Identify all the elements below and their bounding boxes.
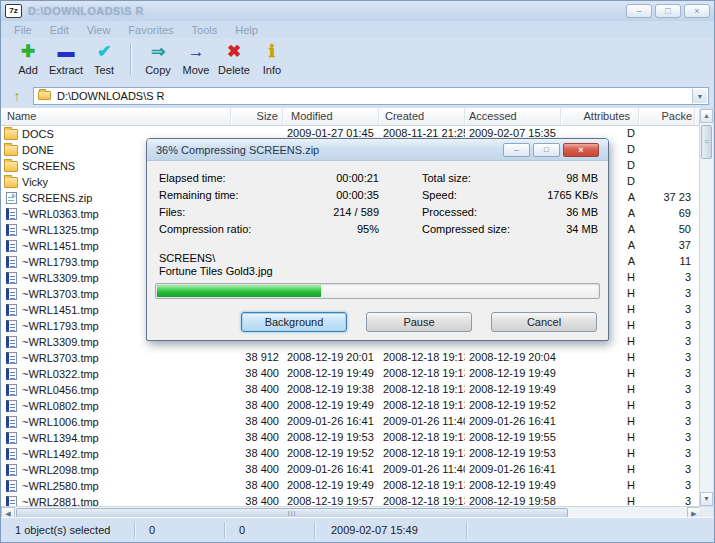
- file-row[interactable]: ~WRL3703.tmp 38 912 2008-12-19 20:01 200…: [1, 350, 701, 366]
- toolbar-button[interactable]: ▬ Extract: [47, 41, 85, 76]
- file-row[interactable]: ~WRL1006.tmp 38 400 2009-01-26 16:41 200…: [1, 414, 701, 430]
- dropdown-arrow-icon[interactable]: ▼: [692, 89, 707, 103]
- address-combo[interactable]: D:\DOWNLOADS\S R ▼: [33, 87, 709, 105]
- file-row[interactable]: ~WRL0322.tmp 38 400 2008-12-19 19:49 200…: [1, 366, 701, 382]
- file-row[interactable]: ~WRL1394.tmp 38 400 2008-12-19 19:53 200…: [1, 430, 701, 446]
- menu-item[interactable]: File: [5, 24, 41, 36]
- scroll-down-icon[interactable]: ▼: [700, 492, 713, 506]
- toolbar-button[interactable]: ✔ Test: [85, 41, 123, 76]
- file-row[interactable]: ~WRL2098.tmp 38 400 2009-01-26 16:41 200…: [1, 462, 701, 478]
- file-name: ~WRL2881.tmp: [22, 495, 99, 507]
- file-created: 2008-12-18 19:13: [379, 478, 465, 494]
- file-accessed: 2008-12-19 20:04: [465, 350, 561, 366]
- toolbar-button-icon: ✔: [85, 41, 123, 64]
- toolbar-button-label: Add: [9, 64, 47, 76]
- file-modified: 2009-01-26 16:41: [283, 462, 379, 478]
- dialog-button[interactable]: Background: [241, 312, 347, 332]
- current-file-name: Fortune Tiles Gold3.jpg: [159, 265, 596, 278]
- current-archive-path: SCREENS\: [159, 252, 596, 265]
- toolbar-button[interactable]: → Move: [177, 41, 215, 76]
- toolbar-button[interactable]: ℹ Info: [253, 41, 291, 76]
- file-accessed: 2009-01-26 16:41: [465, 414, 561, 430]
- stat-row: Compressed size: 34 MB: [422, 221, 598, 238]
- parent-folder-button[interactable]: ↑: [6, 86, 28, 106]
- file-name-cell: ~WRL0322.tmp: [1, 366, 231, 382]
- scroll-up-icon[interactable]: ▲: [700, 109, 713, 123]
- stat-value: 98 MB: [566, 170, 598, 187]
- status-packed-value: 0: [225, 522, 315, 538]
- file-type-icon: [6, 320, 17, 332]
- file-packed: 3: [639, 286, 695, 302]
- minimize-button[interactable]: –: [626, 4, 652, 18]
- file-type-icon: [6, 208, 17, 220]
- toolbar-button[interactable]: ✖ Delete: [215, 41, 253, 76]
- toolbar-button-icon: ▬: [47, 41, 85, 64]
- close-button[interactable]: ×: [684, 4, 710, 18]
- dialog-close-button[interactable]: ×: [563, 143, 599, 157]
- dialog-maximize-button[interactable]: □: [533, 143, 560, 157]
- menu-item[interactable]: Tools: [183, 24, 227, 36]
- menu-item[interactable]: Favorites: [119, 24, 182, 36]
- toolbar-button[interactable]: ⇒ Copy: [139, 41, 177, 76]
- file-row[interactable]: ~WRL1492.tmp 38 400 2008-12-19 19:52 200…: [1, 446, 701, 462]
- stat-value: 00:00:21: [336, 170, 379, 187]
- progress-bar: [155, 283, 600, 299]
- file-size: 38 400: [231, 462, 283, 478]
- vertical-scrollbar[interactable]: ▲ = ▼: [699, 109, 713, 506]
- file-name-cell: ~WRL2098.tmp: [1, 462, 231, 478]
- file-name: ~WRL3309.tmp: [22, 335, 99, 350]
- column-header-packed[interactable]: Packe: [639, 108, 695, 125]
- toolbar-button-icon: ⇒: [139, 41, 177, 64]
- file-row[interactable]: ~WRL2881.tmp 38 400 2008-12-19 19:57 200…: [1, 494, 701, 506]
- file-packed: 69: [639, 206, 695, 222]
- file-name-cell: ~WRL0456.tmp: [1, 382, 231, 398]
- menu-item[interactable]: Help: [226, 24, 267, 36]
- dialog-buttons: BackgroundPauseCancel: [241, 312, 597, 332]
- dialog-button[interactable]: Pause: [366, 312, 472, 332]
- stat-label: Compression ratio:: [159, 221, 357, 238]
- stat-row: Processed: 36 MB: [422, 204, 598, 221]
- stat-value: 1765 KB/s: [547, 187, 598, 204]
- file-created: 2008-12-18 19:13: [379, 494, 465, 506]
- menu-item[interactable]: Edit: [41, 24, 78, 36]
- vertical-scroll-thumb[interactable]: =: [701, 125, 712, 159]
- file-row[interactable]: ~WRL0802.tmp 38 400 2008-12-19 19:49 200…: [1, 398, 701, 414]
- toolbar-button[interactable]: ✚ Add: [9, 41, 47, 76]
- dialog-button[interactable]: Cancel: [491, 312, 597, 332]
- column-header-name[interactable]: Name: [1, 108, 231, 125]
- file-accessed: 2008-12-19 19:49: [465, 366, 561, 382]
- file-accessed: 2008-12-19 19:58: [465, 494, 561, 506]
- dialog-title-bar[interactable]: 36% Compressing SCREENS.zip – □ ×: [147, 139, 608, 161]
- stat-label: Remaining time:: [159, 187, 336, 204]
- column-header-size[interactable]: Size: [231, 108, 283, 125]
- column-header-attributes[interactable]: Attributes: [561, 108, 639, 125]
- file-name: DOCS: [22, 127, 54, 142]
- file-modified: 2008-12-19 20:01: [283, 350, 379, 366]
- dialog-minimize-button[interactable]: –: [503, 143, 530, 157]
- column-header-created[interactable]: Created: [379, 108, 465, 125]
- file-packed: [639, 174, 695, 190]
- file-packed: 3: [639, 270, 695, 286]
- window-title: D:\DOWNLOADS\S R: [28, 5, 144, 17]
- file-packed: 3: [639, 366, 695, 382]
- column-header-modified[interactable]: Modified: [283, 108, 379, 125]
- file-created: 2008-12-18 19:13: [379, 446, 465, 462]
- stat-value: 36 MB: [566, 204, 598, 221]
- title-bar[interactable]: 7z D:\DOWNLOADS\S R – □ ×: [1, 1, 714, 21]
- status-timestamp: 2009-02-07 15:49: [315, 522, 467, 538]
- file-row[interactable]: ~WRL2580.tmp 38 400 2008-12-19 19:49 200…: [1, 478, 701, 494]
- menu-item[interactable]: View: [78, 24, 120, 36]
- file-name: ~WRL3703.tmp: [22, 287, 99, 302]
- file-size: 38 400: [231, 430, 283, 446]
- file-packed: 3: [639, 334, 695, 350]
- stat-row: Compression ratio: 95%: [159, 221, 379, 238]
- file-created: 2008-12-18 19:13: [379, 366, 465, 382]
- column-header-accessed[interactable]: Accessed: [465, 108, 561, 125]
- file-type-icon: [6, 368, 17, 380]
- maximize-button[interactable]: □: [655, 4, 681, 18]
- address-path: D:\DOWNLOADS\S R: [57, 90, 165, 102]
- file-name: ~WRL0802.tmp: [22, 399, 99, 414]
- file-type-icon: [6, 448, 17, 460]
- stat-row: Total size: 98 MB: [422, 170, 598, 187]
- file-row[interactable]: ~WRL0456.tmp 38 400 2008-12-19 19:38 200…: [1, 382, 701, 398]
